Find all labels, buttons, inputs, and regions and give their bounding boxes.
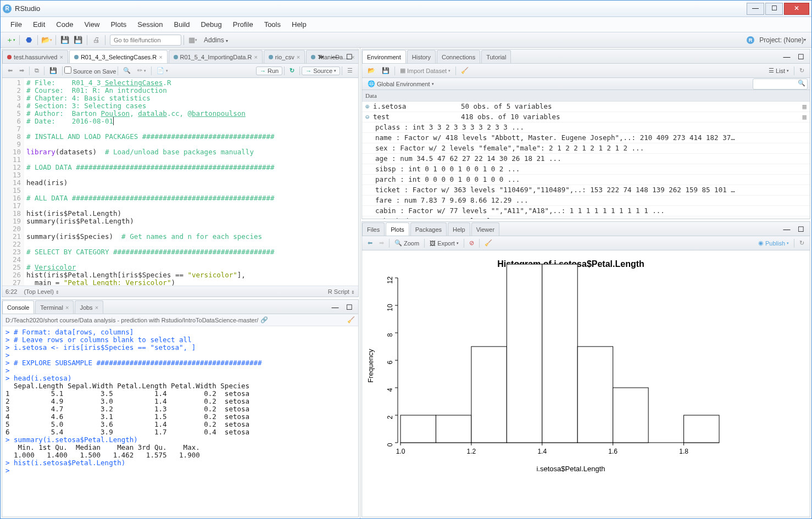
project-menu[interactable]: R Project: (None) ▾ [747,36,806,44]
publish-button[interactable]: ◉ Publish ▾ [755,238,792,248]
console-output[interactable]: > # Format: data[rows, columns]> # Leave… [2,326,358,517]
close-tab-icon[interactable]: × [95,304,98,311]
print-button[interactable]: 🖨 [91,35,102,46]
menubar: FileEditCodeViewPlotsSessionBuildDebugPr… [1,17,811,32]
minimize-plot-icon[interactable]: — [781,224,792,235]
menu-profile[interactable]: Profile [227,18,259,31]
save-workspace-button[interactable]: 💾 [379,66,393,75]
menu-tools[interactable]: Tools [259,18,286,31]
plot-tab[interactable]: Files [362,222,385,236]
refresh-plot-button[interactable]: ↻ [796,238,808,248]
show-in-new-window-button[interactable]: ⧉ [31,66,42,75]
minimize-env-icon[interactable]: — [781,51,792,62]
env-tab[interactable]: Tutorial [481,50,511,63]
grid-icon[interactable]: ▦ [802,112,807,122]
rerun-button[interactable]: ↻ [286,66,298,75]
grid-icon[interactable]: ▦ [802,102,807,111]
plot-tab[interactable]: Help [448,222,470,236]
menu-file[interactable]: File [5,18,27,31]
menu-debug[interactable]: Debug [195,18,227,31]
outline-button[interactable]: ☰ [344,66,356,75]
source-tab[interactable]: R01_4_3_SelectingCases.R× [69,50,168,63]
clear-console-button[interactable]: 🧹 [347,316,355,323]
console-tab[interactable]: Jobs× [75,300,103,314]
plot-tab[interactable]: Plots [386,222,409,236]
env-item[interactable]: ⊕i.setosa50 obs. of 5 variables▦ [362,102,810,112]
grid-button[interactable]: ▦▾ [187,35,198,46]
expand-icon[interactable]: ⊖ [365,112,373,122]
find-button[interactable]: 🔍 [120,66,134,75]
zoom-button[interactable]: 🔍 Zoom [391,238,422,248]
refresh-env-button[interactable]: ↻ [796,66,808,75]
code-editor[interactable]: 1234567891011121314151617181920212223242… [2,78,358,286]
menu-code[interactable]: Code [51,18,79,31]
source-tab[interactable]: rio_csv× [264,50,305,63]
scroll-tabs-icon[interactable]: ≫ [315,51,326,62]
source-dropdown-button[interactable]: →Source ▾ [302,66,340,75]
env-tab[interactable]: History [407,50,436,63]
file-type-dropdown[interactable]: R Script ⇕ [328,288,355,295]
plot-toolbar: ⬅ ➡ 🔍 Zoom 🖼 Export ▾ ⊘ 🧹 ◉ Publish ▾ ↻ [362,236,810,250]
new-project-button[interactable]: ⬣ [23,35,34,46]
env-subitem: cabin : Factor w/ 77 levels "","A11","A1… [362,206,810,216]
maximize-source-icon[interactable]: ☐ [344,51,355,62]
minimize-button[interactable]: — [747,3,764,15]
forward-button[interactable]: ➡ [16,66,27,75]
plot-tab[interactable]: Viewer [471,222,499,236]
close-button[interactable]: ✕ [784,3,809,15]
knit-button[interactable]: 📄▾ [153,66,171,75]
next-plot-button[interactable]: ➡ [376,238,387,248]
env-tab[interactable]: Connections [437,50,480,63]
back-button[interactable]: ⬅ [4,66,16,75]
env-subitem: fare : num 7.83 7 9.69 8.66 12.29 ... [362,196,810,206]
wand-button[interactable]: ✏▾ [134,66,149,75]
menu-help[interactable]: Help [286,18,312,31]
maximize-console-icon[interactable]: ☐ [344,302,355,312]
minimize-source-icon[interactable]: — [330,51,341,62]
run-button[interactable]: →Run [256,66,282,75]
close-tab-icon[interactable]: × [59,54,63,60]
scope-dropdown[interactable]: (Top Level) ⇕ [24,288,59,295]
prev-plot-button[interactable]: ⬅ [364,238,376,248]
close-tab-icon[interactable]: × [65,304,69,311]
close-tab-icon[interactable]: × [297,54,300,60]
global-env-dropdown[interactable]: 🌐 Global Environment ▾ [364,79,437,88]
maximize-plot-icon[interactable]: ☐ [796,224,807,235]
remove-plot-button[interactable]: ⊘ [466,238,477,248]
plot-tab[interactable]: Packages [410,222,447,236]
menu-edit[interactable]: Edit [27,18,51,31]
new-file-button[interactable]: ＋▾ [5,35,16,46]
clear-plots-button[interactable]: 🧹 [481,238,496,248]
menu-session[interactable]: Session [132,18,168,31]
goto-file-input[interactable] [110,35,181,46]
console-path-icon[interactable]: 🔗 [260,316,268,323]
export-button[interactable]: 🖼 Export ▾ [426,239,462,248]
expand-icon[interactable]: ⊕ [365,102,373,111]
maximize-button[interactable]: ☐ [765,3,783,15]
list-view-button[interactable]: ☰ List ▾ [765,66,792,75]
open-file-button[interactable]: 📂▾ [41,35,52,46]
env-tab[interactable]: Environment [362,50,406,63]
addins-menu[interactable]: Addins ▾ [204,36,228,44]
titlebar: R RStudio — ☐ ✕ [1,1,811,17]
close-tab-icon[interactable]: × [159,54,162,60]
svg-text:0: 0 [386,443,394,447]
source-tab[interactable]: R01_5_4_ImportingData.R× [169,50,263,63]
clear-env-button[interactable]: 🧹 [458,66,472,75]
console-tab[interactable]: Console [2,300,34,314]
save-all-button[interactable]: 💾 [73,35,84,46]
env-item[interactable]: ⊖test418 obs. of 10 variables▦ [362,112,810,122]
source-tab[interactable]: test.hassurvived× [2,50,68,63]
maximize-env-icon[interactable]: ☐ [796,51,807,62]
menu-build[interactable]: Build [169,18,196,31]
import-dataset-button[interactable]: ▦ Import Dataset ▾ [397,66,454,75]
menu-view[interactable]: View [79,18,105,31]
close-tab-icon[interactable]: × [254,54,257,60]
console-tab[interactable]: Terminal× [35,300,74,314]
source-on-save-checkbox[interactable]: Source on Save [64,66,116,75]
save-button[interactable]: 💾 [59,35,70,46]
load-workspace-button[interactable]: 📂 [364,66,379,75]
menu-plots[interactable]: Plots [105,18,132,31]
minimize-console-icon[interactable]: — [330,302,341,312]
save-source-button[interactable]: 💾 [46,66,60,75]
